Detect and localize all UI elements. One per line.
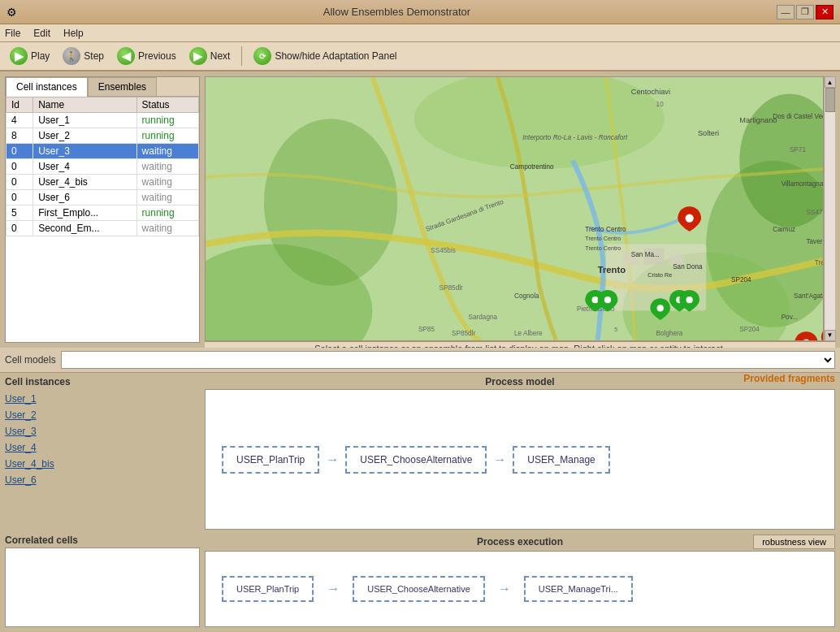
cell-models-select[interactable] — [61, 351, 835, 369]
cell-list-panel: Cell instances User_1 User_2 User_3 User… — [5, 373, 200, 530]
cell-name: First_Emplo... — [33, 206, 136, 221]
cell-id: 0 — [6, 221, 33, 236]
menu-edit[interactable]: Edit — [33, 28, 50, 39]
cell-list-item[interactable]: User_4_bis — [5, 457, 200, 470]
svg-point-5 — [264, 119, 397, 285]
bottom-section: Cell instances User_1 User_2 User_3 User… — [0, 373, 840, 535]
svg-text:SP85dlr: SP85dlr — [439, 284, 463, 292]
step-icon: 🚶 — [63, 47, 80, 65]
process-canvas: USER_PlanTrip → USER_ChooseAlternative →… — [205, 389, 835, 530]
cell-id: 0 — [6, 190, 33, 206]
app-icon: ⚙ — [6, 6, 17, 19]
provided-fragments-label: Provided fragments — [743, 370, 835, 386]
correlated-title: Correlated cells — [5, 535, 200, 548]
process-exec-canvas: USER_PlanTrip → USER_ChooseAlternative →… — [205, 551, 835, 627]
svg-text:Le Albere: Le Albere — [514, 330, 543, 337]
process-node-1: USER_PlanTrip — [222, 446, 319, 474]
svg-text:SP71: SP71 — [790, 146, 807, 154]
cell-status: waiting — [136, 159, 198, 175]
svg-text:Martignano: Martignano — [739, 116, 777, 124]
cell-list-item[interactable]: User_2 — [5, 409, 200, 422]
title-bar-left: ⚙ — [6, 6, 17, 19]
cell-name: User_2 — [33, 128, 136, 144]
cell-id: 4 — [6, 113, 33, 128]
svg-text:Trento: Trento — [598, 265, 626, 275]
svg-text:Trento Est: Trento Est — [815, 259, 823, 266]
svg-text:Cristo Re: Cristo Re — [647, 272, 672, 279]
next-label: Next — [210, 50, 231, 62]
scroll-down-button[interactable]: ▼ — [825, 330, 836, 341]
previous-icon: ◀ — [117, 47, 135, 65]
cell-list-item[interactable]: User_6 — [5, 474, 200, 487]
svg-text:Trento Centro: Trento Centro — [585, 226, 626, 233]
previous-label: Previous — [138, 50, 176, 62]
svg-text:Caimuz: Caimuz — [773, 226, 795, 233]
cell-list-item[interactable]: User_4 — [5, 441, 200, 454]
table-row[interactable]: 4 User_1 running — [6, 113, 199, 128]
svg-text:SP85dlr: SP85dlr — [452, 330, 475, 337]
process-header: Process model Provided fragments — [205, 373, 835, 389]
cell-list-item[interactable]: User_1 — [5, 392, 200, 405]
table-row[interactable]: 5 First_Emplo... running — [6, 206, 199, 221]
svg-text:Tavernaro: Tavernaro — [806, 238, 823, 245]
process-scrollbar[interactable]: ◀ ▶ — [206, 529, 834, 530]
table-row[interactable]: 0 User_4 waiting — [6, 159, 199, 175]
robustness-view-button[interactable]: robustness view — [753, 535, 835, 549]
svg-text:Centochiavi: Centochiavi — [631, 88, 670, 96]
title-bar-controls: — ❐ ✕ — [777, 5, 834, 19]
cell-name: User_1 — [33, 113, 136, 128]
close-button[interactable]: ✕ — [816, 5, 834, 19]
cell-status: running — [136, 206, 198, 221]
table-row[interactable]: 0 User_6 waiting — [6, 190, 199, 206]
main-content: Cell instances Ensembles Id Name Status … — [0, 71, 840, 632]
svg-text:Sardagna: Sardagna — [469, 314, 498, 321]
table-row-selected[interactable]: 0 User_3 waiting — [6, 144, 199, 159]
menu-file[interactable]: File — [5, 28, 20, 39]
svg-text:Bolghera: Bolghera — [656, 330, 683, 337]
cell-list-item[interactable]: User_3 — [5, 425, 200, 438]
restore-button[interactable]: ❐ — [796, 5, 814, 19]
svg-text:Pov...: Pov... — [782, 314, 798, 321]
show-hide-button[interactable]: ⟳ Show/hide Adaptation Panel — [249, 45, 401, 67]
table-row[interactable]: 0 User_4_bis waiting — [6, 175, 199, 190]
cell-id: 0 — [6, 175, 33, 190]
toolbar-separator — [241, 46, 242, 66]
menu-help[interactable]: Help — [63, 28, 84, 39]
toolbar: ▶ Play 🚶 Step ◀ Previous ▶ Next ⟳ Show/h… — [0, 42, 840, 71]
svg-point-47 — [686, 214, 694, 222]
minimize-button[interactable]: — — [777, 5, 795, 19]
previous-button[interactable]: ◀ Previous — [112, 45, 181, 67]
tab-cell-instances[interactable]: Cell instances — [6, 77, 88, 97]
cell-id: 5 — [6, 206, 33, 221]
svg-text:SP204: SP204 — [731, 276, 751, 284]
svg-text:SP204: SP204 — [739, 326, 760, 333]
map-vertical-scrollbar[interactable]: ▲ ▼ — [824, 76, 835, 341]
cell-id: 8 — [6, 128, 33, 144]
table-row[interactable]: 8 User_2 running — [6, 128, 199, 144]
svg-text:Campotrentino: Campotrentino — [510, 163, 554, 171]
map-area[interactable]: Centochiavi 10 Solteri Martignano SP71 S… — [205, 76, 824, 341]
scroll-thumb[interactable] — [825, 88, 835, 112]
svg-text:San Ma...: San Ma... — [631, 251, 660, 258]
process-arrow-2: → — [487, 452, 513, 467]
svg-text:Cognola: Cognola — [514, 292, 539, 300]
step-label: Step — [84, 50, 104, 62]
next-button[interactable]: ▶ Next — [184, 45, 236, 67]
menu-bar: File Edit Help — [0, 24, 840, 42]
tab-ensembles[interactable]: Ensembles — [88, 77, 157, 96]
cell-status: waiting — [136, 144, 198, 159]
svg-text:SS45bis: SS45bis — [431, 247, 456, 254]
play-button[interactable]: ▶ Play — [5, 45, 54, 67]
svg-text:SS47: SS47 — [806, 209, 823, 216]
process-inner: USER_PlanTrip → USER_ChooseAlternative →… — [206, 390, 834, 529]
show-hide-label: Show/hide Adaptation Panel — [275, 50, 396, 62]
scroll-up-button[interactable]: ▲ — [825, 76, 836, 88]
table-row[interactable]: 0 Second_Em... waiting — [6, 221, 199, 236]
col-id: Id — [6, 97, 33, 113]
process-node-3: USER_Manage — [513, 446, 609, 474]
svg-text:Dos di Castel Vedro: Dos di Castel Vedro — [773, 113, 823, 120]
exec-inner: USER_PlanTrip → USER_ChooseAlternative →… — [222, 576, 633, 602]
step-button[interactable]: 🚶 Step — [58, 45, 109, 67]
exec-node-3: USER_ManageTri... — [524, 576, 633, 602]
svg-text:Trento Centro: Trento Centro — [585, 245, 621, 252]
